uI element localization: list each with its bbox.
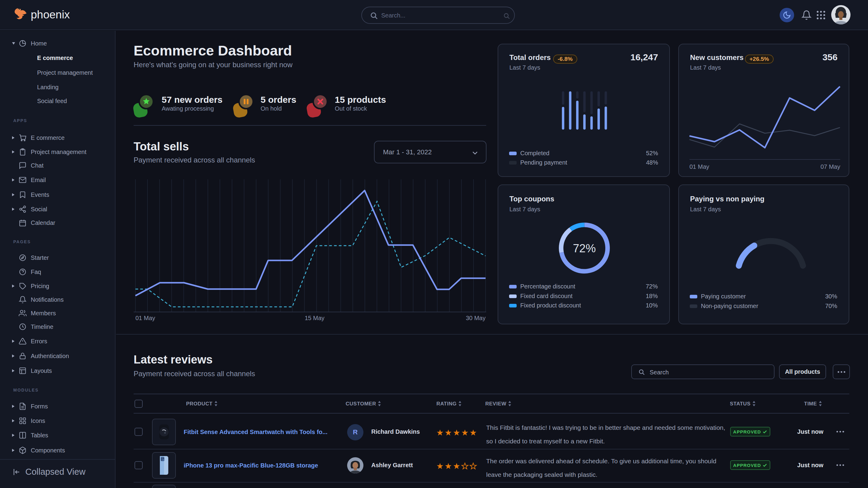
svg-text:07 May: 07 May [820,163,840,170]
svg-text:15 May: 15 May [305,315,324,321]
svg-text:01 May: 01 May [689,163,709,170]
svg-text:01 May: 01 May [135,315,155,321]
svg-text:72%: 72% [573,242,596,255]
svg-text:30 May: 30 May [466,315,486,321]
